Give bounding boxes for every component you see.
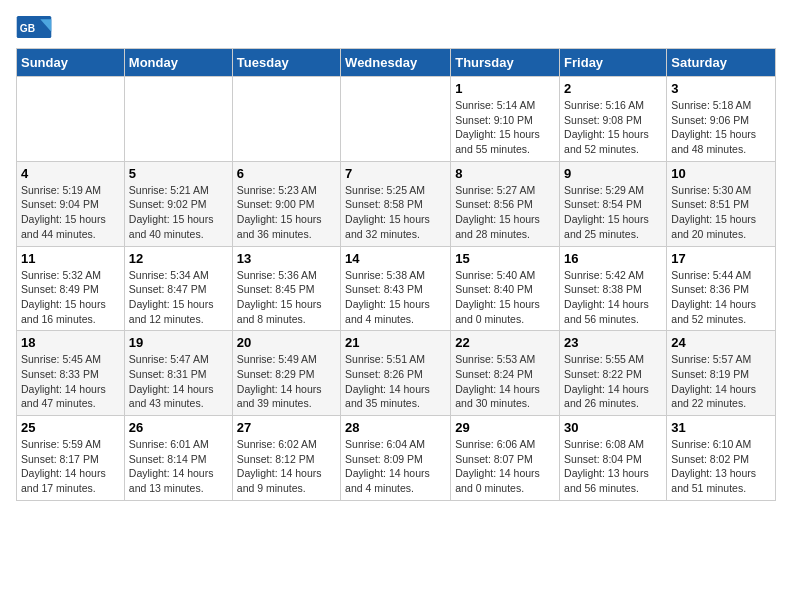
day-info: Sunrise: 5:18 AM Sunset: 9:06 PM Dayligh… [671, 98, 771, 157]
calendar-cell: 7Sunrise: 5:25 AM Sunset: 8:58 PM Daylig… [341, 161, 451, 246]
day-info: Sunrise: 5:34 AM Sunset: 8:47 PM Dayligh… [129, 268, 228, 327]
day-number: 3 [671, 81, 771, 96]
day-info: Sunrise: 5:14 AM Sunset: 9:10 PM Dayligh… [455, 98, 555, 157]
calendar-cell: 14Sunrise: 5:38 AM Sunset: 8:43 PM Dayli… [341, 246, 451, 331]
day-number: 5 [129, 166, 228, 181]
calendar-cell: 9Sunrise: 5:29 AM Sunset: 8:54 PM Daylig… [560, 161, 667, 246]
calendar-cell: 10Sunrise: 5:30 AM Sunset: 8:51 PM Dayli… [667, 161, 776, 246]
week-row-3: 11Sunrise: 5:32 AM Sunset: 8:49 PM Dayli… [17, 246, 776, 331]
calendar-cell: 13Sunrise: 5:36 AM Sunset: 8:45 PM Dayli… [232, 246, 340, 331]
calendar-cell: 12Sunrise: 5:34 AM Sunset: 8:47 PM Dayli… [124, 246, 232, 331]
day-number: 28 [345, 420, 446, 435]
day-info: Sunrise: 6:08 AM Sunset: 8:04 PM Dayligh… [564, 437, 662, 496]
dow-header-sunday: Sunday [17, 49, 125, 77]
day-number: 8 [455, 166, 555, 181]
day-number: 18 [21, 335, 120, 350]
dow-header-monday: Monday [124, 49, 232, 77]
day-number: 25 [21, 420, 120, 435]
day-info: Sunrise: 5:23 AM Sunset: 9:00 PM Dayligh… [237, 183, 336, 242]
week-row-2: 4Sunrise: 5:19 AM Sunset: 9:04 PM Daylig… [17, 161, 776, 246]
calendar-cell: 4Sunrise: 5:19 AM Sunset: 9:04 PM Daylig… [17, 161, 125, 246]
day-info: Sunrise: 5:49 AM Sunset: 8:29 PM Dayligh… [237, 352, 336, 411]
calendar-cell [17, 77, 125, 162]
calendar-cell: 24Sunrise: 5:57 AM Sunset: 8:19 PM Dayli… [667, 331, 776, 416]
day-info: Sunrise: 5:45 AM Sunset: 8:33 PM Dayligh… [21, 352, 120, 411]
calendar-cell: 22Sunrise: 5:53 AM Sunset: 8:24 PM Dayli… [451, 331, 560, 416]
day-number: 16 [564, 251, 662, 266]
calendar-table: SundayMondayTuesdayWednesdayThursdayFrid… [16, 48, 776, 501]
day-number: 27 [237, 420, 336, 435]
day-info: Sunrise: 6:01 AM Sunset: 8:14 PM Dayligh… [129, 437, 228, 496]
day-info: Sunrise: 6:02 AM Sunset: 8:12 PM Dayligh… [237, 437, 336, 496]
logo: GB [16, 16, 56, 40]
day-info: Sunrise: 5:29 AM Sunset: 8:54 PM Dayligh… [564, 183, 662, 242]
day-number: 30 [564, 420, 662, 435]
day-number: 2 [564, 81, 662, 96]
calendar-cell: 8Sunrise: 5:27 AM Sunset: 8:56 PM Daylig… [451, 161, 560, 246]
calendar-cell: 15Sunrise: 5:40 AM Sunset: 8:40 PM Dayli… [451, 246, 560, 331]
calendar-cell: 16Sunrise: 5:42 AM Sunset: 8:38 PM Dayli… [560, 246, 667, 331]
day-number: 15 [455, 251, 555, 266]
day-info: Sunrise: 6:10 AM Sunset: 8:02 PM Dayligh… [671, 437, 771, 496]
day-info: Sunrise: 5:25 AM Sunset: 8:58 PM Dayligh… [345, 183, 446, 242]
day-number: 7 [345, 166, 446, 181]
calendar-cell [232, 77, 340, 162]
day-info: Sunrise: 5:51 AM Sunset: 8:26 PM Dayligh… [345, 352, 446, 411]
day-number: 4 [21, 166, 120, 181]
day-info: Sunrise: 5:59 AM Sunset: 8:17 PM Dayligh… [21, 437, 120, 496]
calendar-cell: 17Sunrise: 5:44 AM Sunset: 8:36 PM Dayli… [667, 246, 776, 331]
day-info: Sunrise: 5:32 AM Sunset: 8:49 PM Dayligh… [21, 268, 120, 327]
day-number: 1 [455, 81, 555, 96]
calendar-cell: 2Sunrise: 5:16 AM Sunset: 9:08 PM Daylig… [560, 77, 667, 162]
calendar-cell: 1Sunrise: 5:14 AM Sunset: 9:10 PM Daylig… [451, 77, 560, 162]
calendar-cell: 27Sunrise: 6:02 AM Sunset: 8:12 PM Dayli… [232, 416, 340, 501]
calendar-cell: 31Sunrise: 6:10 AM Sunset: 8:02 PM Dayli… [667, 416, 776, 501]
dow-header-saturday: Saturday [667, 49, 776, 77]
day-number: 31 [671, 420, 771, 435]
calendar-cell: 23Sunrise: 5:55 AM Sunset: 8:22 PM Dayli… [560, 331, 667, 416]
day-number: 21 [345, 335, 446, 350]
day-number: 23 [564, 335, 662, 350]
day-info: Sunrise: 5:27 AM Sunset: 8:56 PM Dayligh… [455, 183, 555, 242]
calendar-cell: 29Sunrise: 6:06 AM Sunset: 8:07 PM Dayli… [451, 416, 560, 501]
calendar-cell: 21Sunrise: 5:51 AM Sunset: 8:26 PM Dayli… [341, 331, 451, 416]
calendar-cell [124, 77, 232, 162]
day-number: 17 [671, 251, 771, 266]
day-number: 22 [455, 335, 555, 350]
calendar-body: 1Sunrise: 5:14 AM Sunset: 9:10 PM Daylig… [17, 77, 776, 501]
dow-header-thursday: Thursday [451, 49, 560, 77]
day-info: Sunrise: 5:36 AM Sunset: 8:45 PM Dayligh… [237, 268, 336, 327]
dow-header-friday: Friday [560, 49, 667, 77]
day-number: 12 [129, 251, 228, 266]
day-number: 29 [455, 420, 555, 435]
calendar-cell: 6Sunrise: 5:23 AM Sunset: 9:00 PM Daylig… [232, 161, 340, 246]
day-info: Sunrise: 6:04 AM Sunset: 8:09 PM Dayligh… [345, 437, 446, 496]
calendar-cell: 19Sunrise: 5:47 AM Sunset: 8:31 PM Dayli… [124, 331, 232, 416]
day-number: 19 [129, 335, 228, 350]
day-info: Sunrise: 5:42 AM Sunset: 8:38 PM Dayligh… [564, 268, 662, 327]
day-info: Sunrise: 6:06 AM Sunset: 8:07 PM Dayligh… [455, 437, 555, 496]
logo-graphic-icon: GB [16, 16, 52, 38]
calendar-cell: 25Sunrise: 5:59 AM Sunset: 8:17 PM Dayli… [17, 416, 125, 501]
day-number: 11 [21, 251, 120, 266]
day-number: 9 [564, 166, 662, 181]
days-of-week-row: SundayMondayTuesdayWednesdayThursdayFrid… [17, 49, 776, 77]
calendar-cell: 18Sunrise: 5:45 AM Sunset: 8:33 PM Dayli… [17, 331, 125, 416]
day-info: Sunrise: 5:53 AM Sunset: 8:24 PM Dayligh… [455, 352, 555, 411]
day-number: 26 [129, 420, 228, 435]
calendar-cell: 28Sunrise: 6:04 AM Sunset: 8:09 PM Dayli… [341, 416, 451, 501]
calendar-cell: 20Sunrise: 5:49 AM Sunset: 8:29 PM Dayli… [232, 331, 340, 416]
day-info: Sunrise: 5:19 AM Sunset: 9:04 PM Dayligh… [21, 183, 120, 242]
day-number: 6 [237, 166, 336, 181]
day-info: Sunrise: 5:16 AM Sunset: 9:08 PM Dayligh… [564, 98, 662, 157]
calendar-cell: 11Sunrise: 5:32 AM Sunset: 8:49 PM Dayli… [17, 246, 125, 331]
week-row-1: 1Sunrise: 5:14 AM Sunset: 9:10 PM Daylig… [17, 77, 776, 162]
day-number: 13 [237, 251, 336, 266]
calendar-cell: 30Sunrise: 6:08 AM Sunset: 8:04 PM Dayli… [560, 416, 667, 501]
calendar-cell: 5Sunrise: 5:21 AM Sunset: 9:02 PM Daylig… [124, 161, 232, 246]
day-info: Sunrise: 5:40 AM Sunset: 8:40 PM Dayligh… [455, 268, 555, 327]
week-row-5: 25Sunrise: 5:59 AM Sunset: 8:17 PM Dayli… [17, 416, 776, 501]
day-number: 20 [237, 335, 336, 350]
day-number: 10 [671, 166, 771, 181]
day-info: Sunrise: 5:44 AM Sunset: 8:36 PM Dayligh… [671, 268, 771, 327]
